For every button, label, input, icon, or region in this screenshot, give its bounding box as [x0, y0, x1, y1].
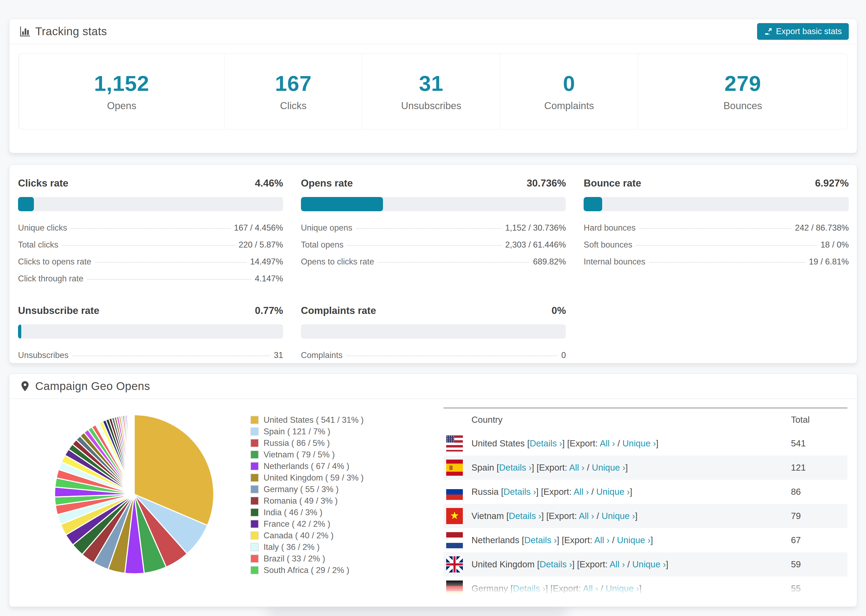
details-link[interactable]: Details › [499, 462, 532, 473]
country-column-header: Country [471, 415, 503, 425]
export-all-link[interactable]: All › [579, 511, 594, 521]
dotted-leader [639, 228, 791, 229]
rates-grid: Clicks rate 4.46% Unique clicks 167 / 4.… [9, 165, 857, 376]
clicks-rate-progressbar [18, 197, 283, 211]
details-link[interactable]: Details › [524, 535, 557, 545]
metric-value: 2,303 / 61.446% [505, 240, 566, 250]
metric-label: Soft bounces [584, 240, 632, 250]
export-unique-link[interactable]: Unique › [622, 438, 656, 448]
export-button-label: Export basic stats [776, 27, 842, 36]
metric-label: Clicks to opens rate [18, 257, 91, 267]
metric-row: Hard bounces 242 / 86.738% [584, 223, 849, 233]
stat-label: Opens [107, 100, 136, 112]
details-link[interactable]: Details › [504, 487, 536, 497]
geo-table-header: Country Total [444, 408, 847, 431]
legend-swatch-icon [250, 473, 259, 482]
legend-item: Italy ( 36 / 2% ) [250, 541, 364, 553]
country-total: 79 [791, 511, 847, 521]
legend-item: Canada ( 40 / 2% ) [250, 530, 364, 541]
bracket-text: ] [ [532, 462, 539, 473]
bounce-metrics: Hard bounces 242 / 86.738% Soft bounces … [584, 223, 849, 267]
metric-value: 0 [561, 350, 566, 360]
country-total: 55 [791, 583, 847, 594]
details-link[interactable]: Details › [529, 438, 562, 448]
legend-label: United Kingdom ( 59 / 3% ) [264, 473, 364, 483]
metric-value: 167 / 4.456% [234, 223, 283, 233]
metric-value: 689.82% [533, 257, 566, 267]
legend-item: Romania ( 49 / 3% ) [250, 495, 364, 507]
country-name: Russia [471, 487, 499, 497]
bounce-rate-progress-fill [584, 197, 602, 211]
export-all-link[interactable]: All › [610, 559, 625, 569]
stat-label: Unsubscribes [401, 100, 461, 112]
export-prefix: Export: [543, 487, 572, 497]
opens-rate-section: Opens rate 30.736% Unique opens 1,152 / … [301, 178, 566, 284]
legend-swatch-icon [250, 439, 259, 447]
metric-label: Total clicks [18, 240, 58, 250]
bracket-text: ] [625, 462, 628, 473]
stat-box: 31 Unsubscribes [362, 54, 500, 129]
metric-row: Clicks to opens rate 14.497% [18, 257, 283, 267]
stat-box: 1,152 Opens [19, 54, 224, 129]
bracket-text: ] [666, 559, 668, 569]
legend-item: India ( 46 / 3% ) [250, 507, 364, 518]
export-unique-link[interactable]: Unique › [601, 511, 635, 521]
export-prefix: Export: [539, 462, 567, 473]
country-total: 86 [791, 487, 847, 497]
opens-rate-progressbar [301, 197, 566, 211]
pie-slice [134, 415, 134, 494]
bounce-rate-progressbar [584, 197, 849, 211]
bracket-text: ] [ [557, 535, 564, 545]
bracket-text: [ [519, 535, 524, 545]
details-link[interactable]: Details › [540, 559, 572, 569]
legend-item: Netherlands ( 67 / 4% ) [250, 460, 364, 472]
details-link[interactable]: Details › [513, 583, 545, 593]
export-all-link[interactable]: All › [574, 487, 589, 497]
legend-swatch-icon [250, 520, 259, 528]
bracket-text: ] [639, 583, 642, 593]
dotted-leader [346, 355, 557, 356]
metric-label: Click through rate [18, 274, 83, 284]
metric-row: Unique opens 1,152 / 30.736% [301, 223, 566, 233]
export-basic-stats-button[interactable]: Export basic stats [757, 23, 849, 40]
tracking-stats-page: Tracking stats Export basic stats 1,152 … [0, 0, 866, 616]
bracket-text: [ [508, 583, 513, 593]
country-total: 121 [791, 462, 847, 473]
export-all-link[interactable]: All › [600, 438, 615, 448]
legend-swatch-icon [250, 531, 259, 540]
export-unique-link[interactable]: Unique › [617, 535, 650, 545]
legend-label: South Africa ( 29 / 2% ) [264, 566, 350, 575]
export-unique-link[interactable]: Unique › [632, 559, 666, 569]
country-flag-icon [446, 580, 463, 597]
rates-card: Clicks rate 4.46% Unique clicks 167 / 4.… [9, 165, 857, 363]
country-flag-icon [446, 508, 463, 524]
legend-swatch-icon [250, 427, 259, 436]
unsubscribe-metrics: Unsubscribes 31 [18, 350, 283, 360]
country-name: Spain [471, 462, 494, 473]
export-unique-link[interactable]: Unique › [592, 462, 625, 473]
export-all-link[interactable]: All › [583, 583, 598, 593]
table-row: United Kingdom [Details ›] [Export: All … [444, 552, 847, 577]
export-all-link[interactable]: All › [569, 462, 584, 473]
tracking-stats-card: Tracking stats Export basic stats 1,152 … [9, 19, 857, 153]
clicks-metrics: Unique clicks 167 / 4.456% Total clicks … [18, 223, 283, 284]
bar-chart-icon [19, 25, 31, 37]
legend-swatch-icon [250, 508, 259, 517]
export-unique-link[interactable]: Unique › [596, 487, 630, 497]
legend-label: Vietnam ( 79 / 5% ) [264, 450, 335, 460]
export-prefix: Export: [553, 583, 581, 593]
metric-value: 4.147% [255, 274, 283, 284]
metric-row: Opens to clicks rate 689.82% [301, 257, 566, 267]
details-link[interactable]: Details › [509, 511, 542, 521]
stat-value: 0 [563, 71, 575, 96]
bracket-text: ] [ [562, 438, 570, 448]
country-flag-icon [446, 484, 463, 500]
unsubscribe-rate-section: Unsubscribe rate 0.77% Unsubscribes 31 [18, 305, 283, 360]
legend-item: France ( 42 / 2% ) [250, 518, 364, 530]
export-unique-link[interactable]: Unique › [606, 583, 639, 593]
stat-value: 31 [419, 71, 444, 96]
country-cell: Germany [Details ›] [Export: All › / Uni… [471, 583, 642, 594]
export-all-link[interactable]: All › [594, 535, 610, 545]
legend-label: United States ( 541 / 31% ) [264, 415, 364, 425]
country-cell: United States [Details ›] [Export: All ›… [471, 438, 658, 449]
